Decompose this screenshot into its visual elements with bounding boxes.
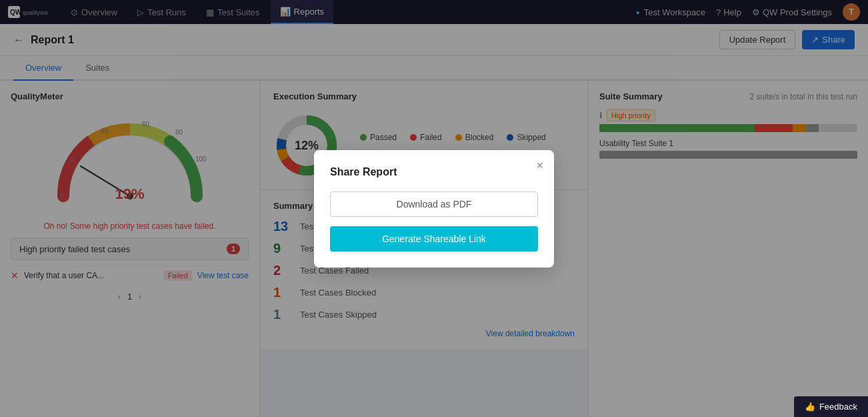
modal-title: Share Report (330, 166, 538, 178)
share-report-modal: Share Report × Download as PDF Generate … (314, 150, 554, 268)
modal-overlay[interactable]: Share Report × Download as PDF Generate … (0, 0, 868, 417)
download-pdf-button[interactable]: Download as PDF (330, 191, 538, 217)
feedback-icon: 👍 (805, 402, 815, 412)
feedback-button[interactable]: 👍 Feedback (794, 396, 868, 417)
generate-link-button[interactable]: Generate Shareable Link (330, 226, 538, 252)
modal-close-button[interactable]: × (536, 159, 543, 171)
feedback-label: Feedback (819, 402, 857, 412)
